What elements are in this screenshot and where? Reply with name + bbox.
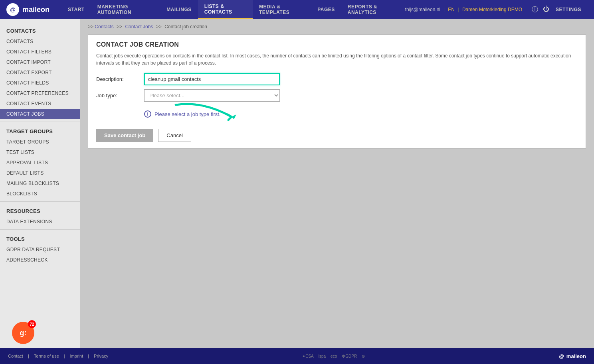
sidebar-divider-2 <box>0 201 80 202</box>
breadcrumb-current: Contact job creation <box>164 24 207 30</box>
description-input[interactable] <box>144 73 280 85</box>
user-email: thijs@maileon.nl <box>405 7 440 12</box>
nav-links: START MARKETING AUTOMATION MAILINGS LIST… <box>61 0 405 19</box>
help-icon[interactable]: ⓘ <box>532 6 538 14</box>
sidebar-item-contact-preferences[interactable]: CONTACT PREFERENCES <box>0 88 80 98</box>
resources-section-title: RESOURCES <box>0 204 80 216</box>
org-link[interactable]: Damen Motorkleding DEMO <box>462 7 522 12</box>
job-type-select[interactable]: Please select... <box>144 89 280 102</box>
nav-start[interactable]: START <box>61 0 91 19</box>
g2-badge[interactable]: g: 72 <box>12 322 34 344</box>
sidebar-item-contact-import[interactable]: CONTACT IMPORT <box>0 57 80 67</box>
footer-privacy[interactable]: Privacy <box>94 354 108 358</box>
top-nav-right: thijs@maileon.nl | EN | Damen Motorkledi… <box>405 6 549 14</box>
save-contact-job-button[interactable]: Save contact job <box>96 129 153 142</box>
footer-center: ✦CSA ispa eco ☸GDPR ⊙ <box>302 354 365 358</box>
breadcrumb-contact-jobs[interactable]: Contact Jobs <box>125 24 153 30</box>
sidebar-item-contact-filters[interactable]: CONTACT FILTERS <box>0 47 80 57</box>
sidebar-item-target-groups[interactable]: TARGET GROUPS <box>0 137 80 147</box>
breadcrumb-contacts[interactable]: Contacts <box>95 24 113 30</box>
form-actions: Save contact job Cancel <box>96 129 578 142</box>
footer-logo-icon: @ <box>559 353 564 359</box>
main-layout: CONTACTS CONTACTS CONTACT FILTERS CONTAC… <box>0 19 594 348</box>
tools-section-title: TOOLS <box>0 232 80 244</box>
sidebar-divider-1 <box>0 122 80 122</box>
footer-eco: eco <box>331 354 337 358</box>
nav-pages[interactable]: PAGES <box>311 0 341 19</box>
sidebar-item-gdpr[interactable]: GDPR DATA REQUEST <box>0 244 80 255</box>
sidebar-item-contact-jobs[interactable]: CONTACT JOBS <box>0 109 80 119</box>
contacts-section-title: CONTACTS <box>0 24 80 36</box>
nav-lists-contacts[interactable]: LISTS & CONTACTS <box>198 0 253 19</box>
cancel-button[interactable]: Cancel <box>158 129 191 142</box>
sidebar-item-contact-fields[interactable]: CONTACT FIELDS <box>0 78 80 88</box>
logo-icon: @ <box>6 3 19 16</box>
job-type-row: Job type: Please select... <box>96 89 578 102</box>
description-label: Description: <box>96 76 144 82</box>
job-type-label: Job type: <box>96 92 144 98</box>
sidebar-item-test-lists[interactable]: TEST LISTS <box>0 147 80 157</box>
sidebar-item-default-lists[interactable]: DEFAULT LISTS <box>0 168 80 178</box>
app-logo[interactable]: @ maileon <box>6 3 50 16</box>
nav-media-templates[interactable]: MEDIA & TEMPLATES <box>253 0 311 19</box>
description-row: Description: <box>96 73 578 85</box>
target-groups-section-title: TARGET GROUPS <box>0 124 80 137</box>
main-content: >> Contacts >> Contact Jobs >> Contact j… <box>80 19 594 348</box>
sidebar-item-blocklists[interactable]: BLOCKLISTS <box>0 189 80 199</box>
footer-cert: ⊙ <box>362 354 365 358</box>
logo-text: maileon <box>22 6 50 14</box>
footer-ispa: ispa <box>319 354 326 358</box>
g2-badge-count: 72 <box>28 320 36 328</box>
footer-links: Contact | Terms of use | Imprint | Priva… <box>8 354 108 358</box>
page-description: Contact jobs execute operations on conta… <box>96 52 578 67</box>
lang-link[interactable]: EN <box>448 7 455 12</box>
info-row: i Please select a job type first. <box>144 106 578 122</box>
sidebar: CONTACTS CONTACTS CONTACT FILTERS CONTAC… <box>0 19 80 348</box>
power-icon[interactable]: ⏻ <box>543 6 549 14</box>
info-icon: i <box>144 110 151 118</box>
sidebar-item-contacts[interactable]: CONTACTS <box>0 36 80 47</box>
sidebar-item-addresscheck[interactable]: ADDRESSCHECK <box>0 255 80 265</box>
sidebar-divider-3 <box>0 229 80 230</box>
settings-link[interactable]: SETTINGS <box>549 0 588 19</box>
sidebar-item-mailing-blocklists[interactable]: MAILING BLOCKLISTS <box>0 178 80 189</box>
sidebar-item-contact-export[interactable]: CONTACT EXPORT <box>0 67 80 78</box>
page-title: CONTACT JOB CREATION <box>96 41 578 48</box>
g2-label: g: <box>20 329 27 337</box>
nav-reports-analytics[interactable]: REPORTS & ANALYTICS <box>341 0 405 19</box>
footer-gdpr: ☸GDPR <box>342 354 357 358</box>
nav-mailings[interactable]: MAILINGS <box>160 0 198 19</box>
top-navigation: @ maileon START MARKETING AUTOMATION MAI… <box>0 0 594 19</box>
info-text: Please select a job type first. <box>154 111 220 117</box>
page-card: CONTACT JOB CREATION Contact jobs execut… <box>88 34 586 149</box>
breadcrumb-sep1: >> <box>88 24 95 30</box>
nav-marketing-automation[interactable]: MARKETING AUTOMATION <box>91 0 160 19</box>
sidebar-item-approval-lists[interactable]: APPROVAL LISTS <box>0 157 80 168</box>
sidebar-item-contact-events[interactable]: CONTACT EVENTS <box>0 98 80 109</box>
footer-logo-text: maileon <box>566 353 586 359</box>
footer-csa: ✦CSA <box>302 354 314 358</box>
footer-imprint[interactable]: Imprint <box>70 354 83 358</box>
footer: Contact | Terms of use | Imprint | Priva… <box>0 348 594 364</box>
breadcrumb: >> Contacts >> Contact Jobs >> Contact j… <box>88 24 586 30</box>
footer-logo: @ maileon <box>559 353 586 359</box>
footer-terms[interactable]: Terms of use <box>34 354 59 358</box>
nav-icons: ⓘ ⏻ <box>532 6 549 14</box>
sidebar-item-data-extensions[interactable]: DATA EXTENSIONS <box>0 216 80 227</box>
footer-contact[interactable]: Contact <box>8 354 23 358</box>
